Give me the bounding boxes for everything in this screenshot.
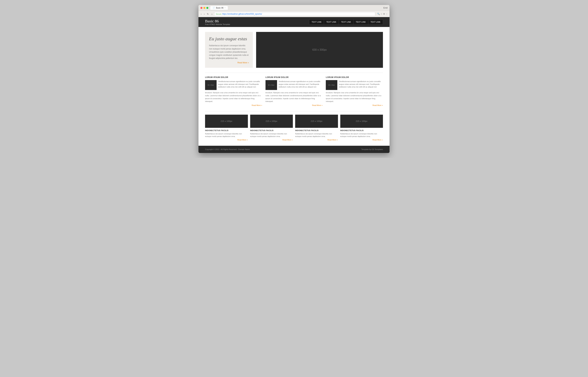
bookmark-icon[interactable]: ☆ xyxy=(380,13,382,15)
nav-link-3[interactable]: TEXT LINK xyxy=(339,19,353,25)
card-image-2: 215 x 100px xyxy=(250,115,293,128)
card-image-4: 215 x 100px xyxy=(340,115,383,128)
reload-button[interactable]: ↻ xyxy=(206,12,210,16)
article-excerpt-1: Vestibulumaccumsan egestibulum eu justo … xyxy=(218,80,262,90)
card-heading-2: INDONECTETUS FACILIS xyxy=(250,130,293,131)
hero-heading: Eu justo augue estas xyxy=(209,36,249,42)
site-brand: Basic 86 Free HTML5 Website Template xyxy=(205,19,230,25)
article-top-2: 80 x 80px Vestibulumaccumsan egestibulum… xyxy=(265,80,323,90)
tab-icon: 📄 xyxy=(213,7,215,9)
site-header: Basic 86 Free HTML5 Website Template TEX… xyxy=(199,17,389,27)
card-body-3: Nullamlacus dui ipsum conseque loborttis… xyxy=(295,132,338,138)
card-heading-3: INDONECTETUS FACILIS xyxy=(295,130,338,131)
hero-image-label: 630 x 300px xyxy=(312,48,327,51)
address-bar[interactable]: Secure https://emilwallner.github.io/htm… xyxy=(214,12,375,16)
article-top-3: 80 x 80px Vestibulumaccumsan egestibulum… xyxy=(326,80,383,90)
secure-badge: Secure xyxy=(216,13,222,15)
card-read-more-4[interactable]: Read More » xyxy=(340,139,383,141)
hero-section: Eu justo augue estas Nullamlacus dui ips… xyxy=(205,32,383,68)
card-heading-1: INDONECTETUS FACILIS xyxy=(205,130,248,131)
site-nav: TEXT LINK TEXT LINK TEXT LINK TEXT LINK … xyxy=(309,19,383,25)
article-thumb-2: 80 x 80px xyxy=(265,80,277,90)
site-footer: Copyright © 2012 - All Rights Reserved -… xyxy=(199,146,389,153)
forward-button[interactable]: › xyxy=(203,12,205,16)
card-body-4: Nullamlacus dui ipsum conseque loborttis… xyxy=(340,132,383,138)
hero-image: 630 x 300px xyxy=(256,32,383,68)
article-heading-3: LORUM IPSUM DOLOR xyxy=(326,76,383,78)
article-fulltext-2: tincidunt. Namjuto cras urna urnaretra l… xyxy=(265,91,323,103)
article-heading-2: LORUM IPSUM DOLOR xyxy=(265,76,323,78)
nav-link-4[interactable]: TEXT LINK xyxy=(353,19,368,25)
article-thumb-3: 80 x 80px xyxy=(326,80,337,90)
tab-title: Basic 86 xyxy=(216,7,224,9)
home-button[interactable]: ⌂ xyxy=(211,12,213,16)
browser-tab[interactable]: 📄 Basic 86 × xyxy=(210,6,228,10)
card-heading-4: INDONECTETUS FACILIS xyxy=(340,130,383,131)
card-image-3: 215 x 100px xyxy=(295,115,338,128)
card-item-1: 215 x 100px INDONECTETUS FACILIS Nullaml… xyxy=(205,115,248,141)
browser-titlebar: 📄 Basic 86 × Emil xyxy=(199,5,389,11)
card-read-more-2[interactable]: Read More » xyxy=(250,139,293,141)
article-item-3: LORUM IPSUM DOLOR 80 x 80px Vestibulumac… xyxy=(326,76,383,106)
article-thumb-1: 80 x 80px xyxy=(205,80,217,90)
card-image-1: 215 x 100px xyxy=(205,115,248,128)
hero-body: Nullamlacus dui ipsum conseque loborttis… xyxy=(209,44,249,60)
nav-link-2[interactable]: TEXT LINK xyxy=(324,19,339,25)
site-main: Eu justo augue estas Nullamlacus dui ips… xyxy=(199,27,389,146)
tab-close-button[interactable]: × xyxy=(225,7,225,9)
close-button[interactable] xyxy=(200,7,202,9)
card-body-2: Nullamlacus dui ipsum conseque loborttis… xyxy=(250,132,293,138)
hero-text-block: Eu justo augue estas Nullamlacus dui ips… xyxy=(205,32,253,68)
article-read-more-1[interactable]: Read More » xyxy=(205,104,262,106)
minimize-button[interactable] xyxy=(203,7,205,9)
article-excerpt-3: Vestibulumaccumsan egestibulum eu justo … xyxy=(339,80,383,90)
user-initial: Emil xyxy=(383,7,388,9)
hero-read-more[interactable]: Read More » xyxy=(209,61,249,64)
cards-section: 215 x 100px INDONECTETUS FACILIS Nullaml… xyxy=(205,111,383,141)
back-button[interactable]: ‹ xyxy=(200,12,202,16)
articles-section: LORUM IPSUM DOLOR 80 x 80px Vestibulumac… xyxy=(205,73,383,106)
article-fulltext-1: tincidunt. Namjuto cras urna urnaretra l… xyxy=(205,91,262,103)
card-read-more-3[interactable]: Read More » xyxy=(295,139,338,141)
extensions-icon[interactable]: ⚙ xyxy=(383,13,385,15)
maximize-button[interactable] xyxy=(206,7,208,9)
card-item-2: 215 x 100px INDONECTETUS FACILIS Nullaml… xyxy=(250,115,293,141)
footer-left: Copyright © 2012 - All Rights Reserved -… xyxy=(205,148,250,150)
article-item-1: LORUM IPSUM DOLOR 80 x 80px Vestibulumac… xyxy=(205,76,262,106)
article-top-1: 80 x 80px Vestibulumaccumsan egestibulum… xyxy=(205,80,262,90)
card-item-3: 215 x 100px INDONECTETUS FACILIS Nullaml… xyxy=(295,115,338,141)
card-image-label-4: 215 x 100px xyxy=(356,120,367,122)
site-title: Basic 86 xyxy=(205,19,230,23)
article-excerpt-2: Vestibulumaccumsan egestibulum eu justo … xyxy=(279,80,323,90)
card-body-1: Nullamlacus dui ipsum conseque loborttis… xyxy=(205,132,248,138)
article-fulltext-3: tincidunt. Namjuto cras urna urnaretra l… xyxy=(326,91,383,103)
card-image-label-1: 215 x 100px xyxy=(221,120,232,122)
nav-link-1[interactable]: TEXT LINK xyxy=(309,19,324,25)
article-heading-1: LORUM IPSUM DOLOR xyxy=(205,76,262,78)
article-item-2: LORUM IPSUM DOLOR 80 x 80px Vestibulumac… xyxy=(265,76,323,106)
footer-right: Template by OS Templates xyxy=(361,148,383,150)
browser-nav: ‹ › ↻ ⌂ Secure https://emilwallner.githu… xyxy=(199,11,389,17)
address-url: https://emilwallner.github.io/html/550_e… xyxy=(222,13,262,15)
browser-window: 📄 Basic 86 × Emil ‹ › ↻ ⌂ Secure https:/… xyxy=(199,5,389,153)
card-image-label-2: 215 x 100px xyxy=(266,120,277,122)
card-item-4: 215 x 100px INDONECTETUS FACILIS Nullaml… xyxy=(340,115,383,141)
search-icon[interactable]: 🔍 xyxy=(377,13,380,15)
site-subtitle: Free HTML5 Website Template xyxy=(205,23,230,25)
website: Basic 86 Free HTML5 Website Template TEX… xyxy=(199,17,389,153)
nav-link-5[interactable]: TEXT LINK xyxy=(368,19,383,25)
card-read-more-1[interactable]: Read More » xyxy=(205,139,248,141)
article-read-more-3[interactable]: Read More » xyxy=(326,104,383,106)
menu-icon[interactable]: ⋮ xyxy=(386,13,388,15)
nav-icons: 🔍 ☆ ⚙ ⋮ xyxy=(377,13,388,15)
card-image-label-3: 215 x 100px xyxy=(311,120,322,122)
article-read-more-2[interactable]: Read More » xyxy=(265,104,323,106)
browser-dots xyxy=(200,7,208,9)
